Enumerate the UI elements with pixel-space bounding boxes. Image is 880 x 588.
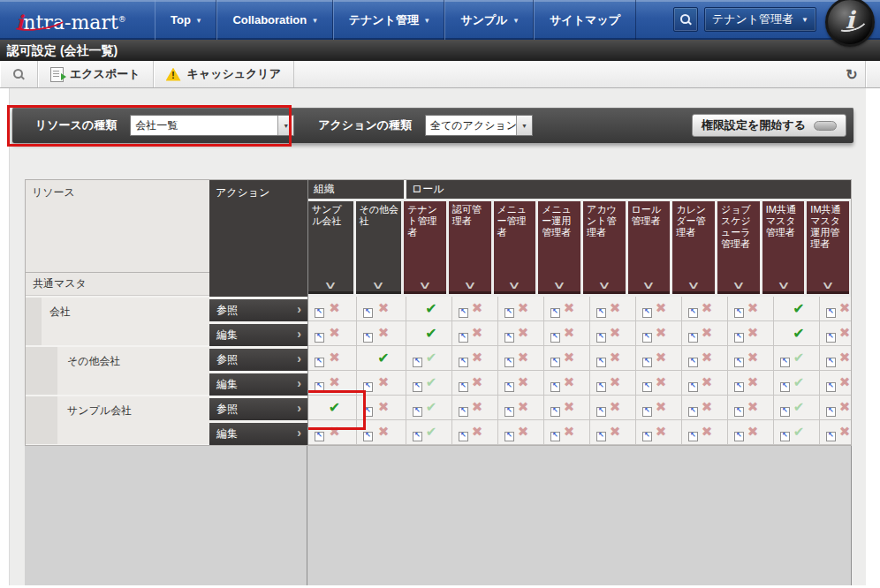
inherited-link-icon — [734, 407, 744, 417]
column-header-role[interactable]: メニュー運用管理者∨ — [538, 201, 580, 294]
column-header-role[interactable]: IM共通マスタ管理者∨ — [762, 201, 805, 294]
column-header-role[interactable]: メニュー管理者∨ — [494, 201, 536, 294]
chevron-down-icon: ▾ — [313, 16, 317, 25]
chevron-down-icon[interactable]: ∨ — [418, 279, 432, 291]
refresh-button[interactable]: ↻ — [840, 64, 863, 85]
permission-cell: ✖ — [636, 321, 682, 346]
column-header-label: IM共通マスタ管理者 — [766, 204, 796, 237]
chevron-down-icon[interactable]: ∨ — [687, 279, 701, 291]
chevron-down-icon[interactable]: ∨ — [463, 279, 477, 291]
column-header-role[interactable]: アカウント管理者∨ — [583, 201, 626, 294]
chevron-down-icon[interactable]: ∨ — [371, 279, 385, 291]
permission-cell: ✔ — [406, 396, 452, 420]
inherited-link-icon — [550, 358, 560, 367]
inherited-link-icon — [642, 333, 652, 343]
chevron-down-icon[interactable]: ∨ — [597, 279, 611, 291]
registered-mark: ® — [118, 15, 126, 24]
column-header-role[interactable]: 認可管理者∨ — [449, 201, 491, 294]
toolbar-export-button[interactable]: エクスポート — [38, 61, 154, 87]
inherited-link-icon — [734, 308, 744, 318]
resource-tree: 会社その他会社サンプル会社 — [26, 296, 209, 444]
intra-mart-logo[interactable]: intra-mart® — [16, 5, 126, 34]
permission-cell: ✔ — [406, 297, 452, 321]
action-type-select[interactable]: 全てのアクション — [425, 115, 533, 136]
chevron-down-icon[interactable]: ∨ — [552, 279, 566, 291]
permission-cell: ✖ — [544, 346, 590, 371]
dropdown-arrow-icon[interactable] — [516, 116, 532, 135]
permission-cell: ✖ — [682, 346, 728, 371]
action-menu-button[interactable]: 編集› — [209, 373, 307, 396]
chevron-down-icon[interactable]: ∨ — [777, 279, 791, 291]
inherited-link-icon — [826, 432, 836, 441]
column-header-row: サンプル会社∨その他会社∨テナント管理者∨認可管理者∨メニュー管理者∨メニュー運… — [308, 201, 852, 297]
inherited-link-icon — [734, 432, 744, 441]
inherited-link-icon — [315, 308, 324, 318]
top-navigation-bar: intra-mart® Top▾Collaboration▾テナント管理▾サンプ… — [0, 0, 880, 40]
permission-cell: ✖ — [357, 420, 406, 445]
resource-tree-cell: サンプル会社 — [26, 396, 209, 444]
start-permission-setting-button[interactable]: 権限設定を開始する — [692, 114, 846, 137]
action-menu-button[interactable]: 参照› — [209, 349, 307, 371]
column-header-role[interactable]: ロール管理者∨ — [628, 201, 671, 294]
column-header-label: メニュー運用管理者 — [542, 204, 572, 237]
filter-bar: リソースの種類 会社一覧 アクションの種類 全てのアクション 権限設定を開始する — [12, 108, 853, 143]
toolbar-search-button[interactable] — [0, 61, 38, 87]
inherited-link-icon — [459, 358, 468, 367]
permission-cell: ✖ — [544, 371, 590, 396]
permission-cell: ✖ — [357, 371, 406, 396]
nav-menu-item[interactable]: テナント管理▾ — [333, 0, 445, 40]
login-group-label: テナント管理者 — [712, 11, 793, 27]
permission-cell: ✖ — [452, 321, 498, 346]
column-header-org[interactable]: その他会社∨ — [356, 201, 402, 294]
permission-cell: ✖ — [452, 396, 498, 420]
export-icon — [50, 67, 64, 82]
inherited-link-icon — [688, 333, 698, 343]
nav-menu-label: Collaboration — [232, 13, 307, 26]
action-menu-button[interactable]: 参照› — [209, 299, 307, 321]
chevron-down-icon[interactable]: ∨ — [642, 279, 656, 291]
inherited-link-icon — [826, 358, 836, 367]
chevron-down-icon[interactable]: ∨ — [732, 279, 746, 291]
resource-type-label: リソースの種類 — [35, 117, 117, 133]
login-group-selector[interactable]: テナント管理者 ▼ — [704, 7, 816, 32]
toggle-icon — [814, 121, 837, 131]
chevron-down-icon[interactable]: ∨ — [821, 279, 835, 291]
inherited-link-icon — [413, 382, 422, 392]
column-header-role[interactable]: カレンダー管理者∨ — [672, 201, 715, 294]
column-header-label: その他会社 — [360, 204, 399, 226]
column-header-role[interactable]: テナント管理者∨ — [404, 201, 446, 294]
chevron-down-icon[interactable]: ∨ — [323, 279, 338, 291]
permission-cell: ✖ — [590, 321, 636, 346]
column-header-role[interactable]: ジョブスケジューラ管理者∨ — [717, 201, 760, 294]
action-menu-button[interactable]: 編集› — [209, 423, 307, 445]
permission-cell: ✔ — [406, 321, 452, 346]
chevron-right-icon: › — [297, 348, 301, 370]
resource-type-select[interactable]: 会社一覧 — [130, 115, 294, 136]
inherited-link-icon — [734, 382, 744, 392]
nav-menu-item[interactable]: Top▾ — [155, 0, 216, 40]
column-header-label: メニュー管理者 — [497, 204, 527, 237]
permission-cell: ✖ — [820, 396, 852, 420]
chevron-down-icon[interactable]: ∨ — [507, 279, 521, 291]
nav-menu-label: テナント管理 — [349, 13, 419, 26]
dropdown-arrow-icon[interactable] — [277, 116, 293, 135]
inherited-link-icon — [504, 432, 514, 441]
inherited-link-icon — [504, 333, 514, 343]
export-label: エクスポート — [70, 66, 140, 82]
action-menu-button[interactable]: 編集› — [209, 324, 307, 346]
inherited-link-icon — [459, 407, 468, 417]
allow-mark-icon: ✔ — [361, 349, 406, 366]
nav-menu-item[interactable]: サンプル▾ — [444, 0, 534, 40]
chevron-right-icon: › — [297, 422, 301, 444]
nav-menu-item[interactable]: サイトマップ — [534, 0, 636, 40]
permission-table: リソース 共通マスタ 会社その他会社サンプル会社 アクション 参照›編集›参照›… — [25, 179, 852, 446]
nav-menu-item[interactable]: Collaboration▾ — [216, 0, 332, 40]
column-header-org[interactable]: サンプル会社∨ — [308, 201, 353, 294]
column-header-role[interactable]: IM共通マスタ運用管理者∨ — [807, 201, 849, 294]
inherited-link-icon — [363, 333, 373, 343]
permission-cell: ✔ — [774, 371, 820, 396]
global-search-button[interactable] — [673, 7, 698, 32]
toolbar-cache-clear-button[interactable]: キャッシュクリア — [154, 61, 294, 87]
resource-root-row: 共通マスタ — [26, 273, 209, 296]
action-menu-button[interactable]: 参照› — [209, 398, 307, 420]
